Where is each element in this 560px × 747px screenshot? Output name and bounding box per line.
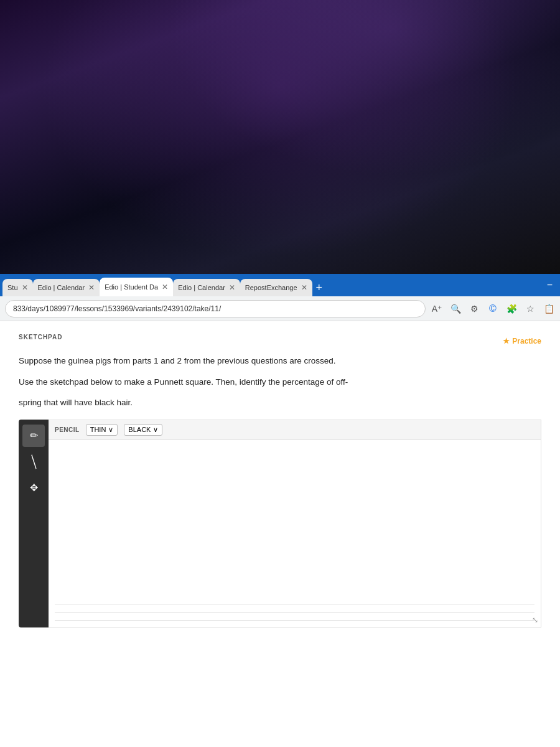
tab-edio-calendar-2-close[interactable]: ✕ <box>229 283 235 292</box>
browser-window: Stu ✕ Edio | Calendar ✕ Edio | Student D… <box>0 274 560 747</box>
canvas-line-2 <box>55 612 534 613</box>
tab-edio-student[interactable]: Edio | Student Da ✕ <box>100 278 173 296</box>
settings-icon[interactable]: ⚙ <box>468 303 480 315</box>
sketchpad-inner-toolbar: PENCIL THIN ∨ BLACK ∨ <box>49 420 541 440</box>
question-line-1: Suppose the guinea pigs from parts 1 and… <box>19 354 541 368</box>
chrome-icon[interactable]: © <box>487 303 499 315</box>
question-line-2: Use the sketchpad below to make a Punnet… <box>19 375 541 389</box>
sketchpad-tools-panel: ✏ ╱ ✥ <box>19 420 49 627</box>
sketchpad-canvas[interactable]: ⤡ <box>49 440 541 627</box>
collection-icon[interactable]: 📋 <box>543 303 555 315</box>
resize-handle-icon[interactable]: ⤡ <box>532 616 538 624</box>
pencil-icon: ✏ <box>30 430 38 441</box>
tab-edio-student-label: Edio | Student Da <box>105 283 158 291</box>
color-dropdown[interactable]: BLACK ∨ <box>124 424 162 436</box>
tab-repostexchange-close[interactable]: ✕ <box>301 283 307 292</box>
font-size-icon[interactable]: A⁺ <box>431 303 443 315</box>
favorites-icon[interactable]: ☆ <box>524 303 536 315</box>
tab-repostexchange[interactable]: RepostExchange ✕ <box>240 279 312 296</box>
practice-badge: ★ Practice <box>503 337 541 345</box>
sketchpad-section-label: SKETCHPAD <box>19 334 62 341</box>
line-tool-button[interactable]: ╱ <box>22 451 45 473</box>
thin-chevron-icon: ∨ <box>108 426 113 434</box>
address-bar: 833/days/1089977/lessons/1533969/variant… <box>0 296 560 321</box>
resize-icon: ⤡ <box>532 616 538 624</box>
tab-stu-label: Stu <box>7 284 18 291</box>
tab-edio-calendar-1-label: Edio | Calendar <box>38 284 85 291</box>
pencil-tool-button[interactable]: ✏ <box>22 425 45 447</box>
tab-stu-close[interactable]: ✕ <box>22 283 28 292</box>
new-tab-button[interactable]: + <box>312 279 327 296</box>
extensions-icon[interactable]: 🧩 <box>505 303 518 315</box>
line-icon: ╱ <box>26 454 40 469</box>
minimize-button[interactable]: − <box>542 280 558 291</box>
color-label: BLACK <box>128 426 151 433</box>
tab-edio-calendar-1-close[interactable]: ✕ <box>88 283 95 292</box>
star-icon: ★ <box>503 337 510 345</box>
tab-stu[interactable]: Stu ✕ <box>2 279 33 296</box>
canvas-line-3 <box>55 620 534 621</box>
tab-edio-student-close[interactable]: ✕ <box>162 283 168 291</box>
sketchpad-area: PENCIL THIN ∨ BLACK ∨ <box>49 420 541 627</box>
question-line-3: spring that will have black hair. <box>19 396 541 410</box>
search-icon[interactable]: 🔍 <box>449 303 462 315</box>
move-tool-button[interactable]: ✥ <box>22 477 45 499</box>
move-icon: ✥ <box>30 482 38 494</box>
tab-bar: Stu ✕ Edio | Calendar ✕ Edio | Student D… <box>0 274 560 296</box>
pencil-toolbar-label: PENCIL <box>55 426 80 433</box>
background-photo <box>0 0 560 286</box>
tab-edio-calendar-2-label: Edio | Calendar <box>178 284 225 291</box>
color-chevron-icon: ∨ <box>153 426 158 434</box>
url-input[interactable]: 833/days/1089977/lessons/1533969/variant… <box>5 300 426 317</box>
tab-edio-calendar-1[interactable]: Edio | Calendar ✕ <box>33 279 100 296</box>
browser-toolbar-icons: A⁺ 🔍 ⚙ © 🧩 ☆ 📋 <box>431 303 555 315</box>
thin-label: THIN <box>90 426 106 433</box>
thin-dropdown[interactable]: THIN ∨ <box>86 424 118 436</box>
sketchpad-container: ✏ ╱ ✥ PENCIL THIN ∨ <box>19 420 541 627</box>
url-text: 833/days/1089977/lessons/1533969/variant… <box>13 304 221 313</box>
canvas-line-1 <box>55 604 534 604</box>
tab-edio-calendar-2[interactable]: Edio | Calendar ✕ <box>173 279 240 296</box>
tab-repostexchange-label: RepostExchange <box>245 284 297 291</box>
page-content: SKETCHPAD ★ Practice Suppose the guinea … <box>0 321 560 747</box>
practice-label: Practice <box>512 337 541 345</box>
canvas-guide-lines <box>49 590 541 627</box>
